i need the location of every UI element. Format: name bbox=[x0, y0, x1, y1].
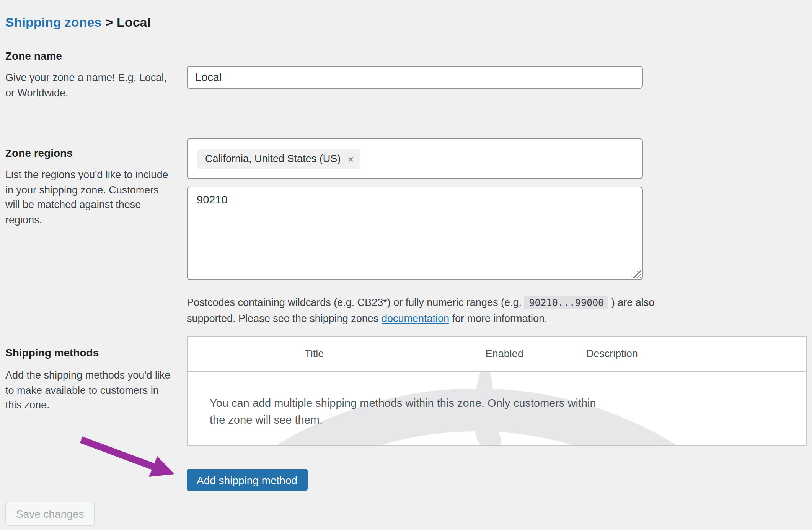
zone-regions-select[interactable]: California, United States (US) × bbox=[187, 138, 643, 179]
hint-text-line2: supported. Please see the shipping zones bbox=[187, 312, 382, 324]
zone-name-heading: Zone name bbox=[5, 49, 62, 63]
documentation-link[interactable]: documentation bbox=[382, 312, 449, 324]
empty-methods-message: You can add multiple shipping methods wi… bbox=[210, 395, 596, 428]
shipping-zones-link[interactable]: Shipping zones bbox=[5, 15, 101, 30]
table-header-row: Title Enabled Description bbox=[188, 337, 806, 372]
hint-text-after-code: ) are also bbox=[608, 296, 654, 308]
column-header-enabled: Enabled bbox=[441, 348, 568, 359]
remove-region-icon[interactable]: × bbox=[347, 153, 354, 164]
selected-region-tag: California, United States (US) × bbox=[197, 149, 361, 169]
breadcrumb-separator: > bbox=[101, 15, 117, 30]
postcodes-textarea[interactable]: 90210 bbox=[187, 187, 643, 280]
breadcrumb: Shipping zones>Local bbox=[5, 14, 151, 31]
zone-name-input[interactable] bbox=[187, 66, 643, 89]
table-empty-row: You can add multiple shipping methods wi… bbox=[188, 372, 806, 445]
column-header-title: Title bbox=[188, 348, 441, 359]
selected-region-label: California, United States (US) bbox=[205, 152, 341, 165]
hint-text-end: for more information. bbox=[449, 312, 548, 324]
breadcrumb-current-zone: Local bbox=[117, 15, 151, 30]
postcode-range-code: 90210...99000 bbox=[524, 296, 608, 309]
save-changes-button[interactable]: Save changes bbox=[5, 502, 95, 526]
zone-regions-heading: Zone regions bbox=[5, 146, 73, 160]
add-shipping-method-button[interactable]: Add shipping method bbox=[187, 469, 307, 491]
shipping-zone-settings-page: Shipping zones>Local Zone name Give your… bbox=[0, 0, 812, 530]
shipping-methods-heading: Shipping methods bbox=[5, 346, 99, 359]
zone-regions-description: List the regions you'd like to include i… bbox=[5, 167, 168, 227]
annotation-arrow-icon bbox=[77, 436, 184, 483]
column-header-description: Description bbox=[568, 348, 806, 359]
zone-name-description: Give your zone a name! E.g. Local, or Wo… bbox=[5, 70, 167, 100]
postcodes-hint: Postcodes containing wildcards (e.g. CB2… bbox=[187, 294, 677, 326]
hint-text-before-code: Postcodes containing wildcards (e.g. CB2… bbox=[187, 296, 524, 308]
shipping-methods-description: Add the shipping methods you'd like to m… bbox=[5, 368, 170, 413]
shipping-methods-table: Title Enabled Description You can add mu… bbox=[187, 336, 807, 446]
